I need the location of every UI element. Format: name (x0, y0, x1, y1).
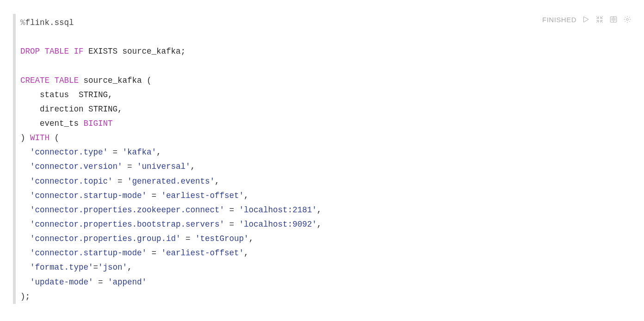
col3-name: event_ts (20, 119, 84, 128)
collapse-icon[interactable] (595, 15, 604, 24)
prop-key: 'connector.startup-mode' (30, 191, 147, 200)
prop-val: 'testGroup' (195, 234, 249, 243)
gear-icon[interactable] (623, 15, 632, 24)
prop-key: 'connector.topic' (30, 177, 113, 186)
cell-content: FINISHED (16, 14, 644, 304)
prop-end: , (317, 220, 322, 229)
prop-end: , (127, 263, 132, 272)
with-open: ( (50, 133, 59, 142)
notebook-cell: FINISHED (13, 14, 644, 304)
prop-end: , (215, 177, 220, 186)
prop-val: 'earliest-offset' (161, 191, 244, 200)
col1-name: status (20, 90, 79, 99)
prop-val: 'earliest-offset' (161, 248, 244, 258)
svg-point-8 (626, 19, 629, 21)
prop-val: 'kafka' (123, 148, 157, 157)
prop-key: 'update-mode' (30, 278, 93, 287)
col1-type: STRING, (79, 90, 113, 99)
prop-key: 'connector.properties.bootstrap.servers' (30, 220, 224, 229)
col3-type: BIGINT (84, 119, 113, 128)
kw-drop: DROP TABLE IF (20, 47, 84, 56)
prop-end: , (191, 162, 196, 171)
prop-val: 'generated.events' (127, 177, 215, 186)
prop-key: 'connector.properties.group.id' (30, 234, 181, 243)
col2-type: STRING, (88, 105, 123, 114)
prop-key: 'connector.version' (30, 162, 123, 171)
prop-eq: = (93, 263, 99, 272)
prop-end: , (317, 205, 322, 215)
prop-eq: = (224, 220, 239, 229)
prop-eq: = (93, 278, 108, 287)
prop-eq: = (123, 162, 137, 171)
prop-key: 'connector.type' (30, 148, 108, 157)
with-close: ) (20, 133, 30, 142)
interpreter-name: flink.ssql (25, 18, 74, 27)
create-name: source_kafka ( (84, 76, 152, 85)
drop-target: source_kafka; (123, 47, 186, 56)
kw-create: CREATE TABLE (20, 76, 79, 85)
prop-end: , (244, 248, 249, 258)
interpreter-percent: % (20, 18, 25, 27)
prop-eq: = (147, 248, 161, 258)
prop-val: 'append' (108, 278, 147, 287)
prop-val: 'localhost:2181' (239, 205, 317, 215)
prop-end: , (249, 234, 254, 243)
prop-eq: = (181, 234, 196, 243)
run-icon[interactable] (581, 15, 590, 24)
prop-key: 'connector.properties.zookeeper.connect' (30, 205, 224, 215)
prop-end: , (244, 191, 249, 200)
prop-eq: = (113, 177, 128, 186)
code-editor[interactable]: %flink.ssql DROP TABLE IF EXISTS source_… (20, 14, 644, 304)
stmt-end: ); (20, 292, 30, 301)
cell-toolbar: FINISHED (542, 15, 632, 24)
book-icon[interactable] (609, 15, 618, 24)
prop-key: 'format.type' (30, 263, 93, 272)
prop-eq: = (224, 205, 239, 215)
prop-eq: = (108, 148, 123, 157)
prop-val: 'json' (98, 263, 127, 272)
prop-val: 'universal' (137, 162, 191, 171)
col2-name: direction (20, 105, 88, 114)
prop-key: 'connector.startup-mode' (30, 248, 147, 258)
kw-with: WITH (30, 133, 50, 142)
status-badge: FINISHED (542, 16, 576, 24)
prop-val: 'localhost:9092' (239, 220, 317, 229)
prop-end: , (156, 148, 161, 157)
prop-eq: = (147, 191, 161, 200)
kw-exists: EXISTS (88, 47, 118, 56)
